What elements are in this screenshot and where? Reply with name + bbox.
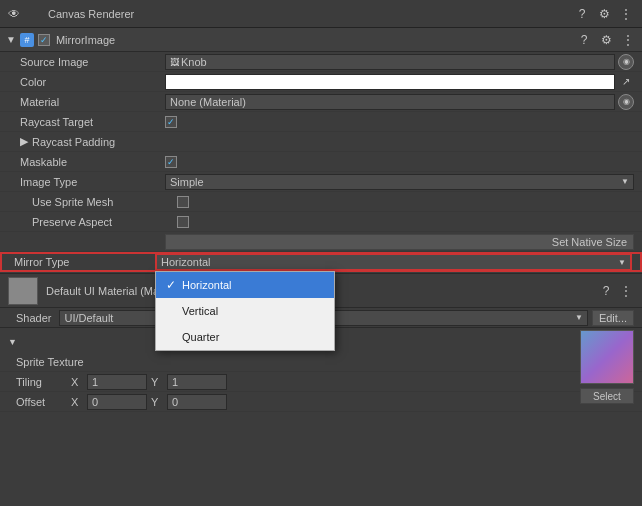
- shader-arrow: ▼: [575, 313, 583, 322]
- material-picker-icon[interactable]: ◉: [618, 94, 634, 110]
- canvas-help-button[interactable]: ?: [574, 6, 590, 22]
- canvas-renderer-header: 👁 Canvas Renderer ? ⚙ ⋮: [0, 0, 642, 28]
- tiling-y-field[interactable]: 1: [167, 374, 227, 390]
- preserve-aspect-row: Preserve Aspect: [0, 212, 642, 232]
- canvas-settings-button[interactable]: ⚙: [596, 6, 612, 22]
- color-field[interactable]: [165, 74, 615, 90]
- quarter-option-label: Quarter: [182, 331, 219, 343]
- raycast-target-label: Raycast Target: [20, 116, 165, 128]
- source-image-type-icon: 🖼: [170, 57, 179, 67]
- raycast-padding-arrow: ▶: [20, 135, 28, 148]
- component-menu-button[interactable]: ⋮: [620, 32, 636, 48]
- source-image-row: Source Image 🖼 Knob ◉: [0, 52, 642, 72]
- maskable-row: Maskable: [0, 152, 642, 172]
- material-value: None (Material): [170, 96, 246, 108]
- panel: 👁 Canvas Renderer ? ⚙ ⋮ ▼ # MirrorImage …: [0, 0, 642, 506]
- offset-y-label: Y: [151, 396, 163, 408]
- material-detail-icons: ? ⋮: [598, 283, 634, 299]
- material-row: Material None (Material) ◉: [0, 92, 642, 112]
- offset-x-label: X: [71, 396, 83, 408]
- tiling-y-value: 1: [172, 376, 178, 388]
- color-link-icon[interactable]: ↗: [618, 74, 634, 90]
- material-label: Material: [20, 96, 165, 108]
- tiling-y-label: Y: [151, 376, 163, 388]
- horizontal-option-label: Horizontal: [182, 279, 232, 291]
- use-sprite-mesh-label: Use Sprite Mesh: [32, 196, 177, 208]
- tiling-x-label: X: [71, 376, 83, 388]
- mirror-type-row: Mirror Type Horizontal ▼ ✓ Horizontal Ve…: [0, 252, 642, 272]
- material-help-button[interactable]: ?: [598, 283, 614, 299]
- offset-y-field[interactable]: 0: [167, 394, 227, 410]
- source-image-field-group: 🖼 Knob ◉: [165, 54, 634, 70]
- mirror-image-section-header: ▼ # MirrorImage ? ⚙ ⋮: [0, 28, 642, 52]
- maskable-label: Maskable: [20, 156, 165, 168]
- color-label: Color: [20, 76, 165, 88]
- offset-x-field[interactable]: 0: [87, 394, 147, 410]
- sprite-texture-label: Sprite Texture: [16, 356, 161, 368]
- preserve-aspect-label: Preserve Aspect: [32, 216, 177, 228]
- canvas-menu-button[interactable]: ⋮: [618, 6, 634, 22]
- offset-x-value: 0: [92, 396, 98, 408]
- tiling-row: Tiling X 1 Y 1: [0, 372, 642, 392]
- material-menu-button[interactable]: ⋮: [618, 283, 634, 299]
- color-field-group: ↗: [165, 74, 634, 90]
- shader-edit-button[interactable]: Edit...: [592, 310, 634, 326]
- shader-value: UI/Default: [64, 312, 113, 324]
- offset-xy-group: X 0 Y 0: [71, 394, 634, 410]
- source-image-picker-icon[interactable]: ◉: [618, 54, 634, 70]
- image-type-value: Simple: [170, 176, 621, 188]
- bottom-collapse-arrow: ▼: [8, 337, 17, 347]
- image-type-row: Image Type Simple ▼: [0, 172, 642, 192]
- source-image-value: Knob: [181, 56, 207, 68]
- material-swatch[interactable]: [8, 277, 38, 305]
- use-sprite-mesh-checkbox[interactable]: [177, 196, 189, 208]
- raycast-target-row: Raycast Target: [0, 112, 642, 132]
- component-enabled-checkbox[interactable]: [38, 34, 50, 46]
- component-help-button[interactable]: ?: [576, 32, 592, 48]
- set-native-size-row: Set Native Size: [0, 232, 642, 252]
- horizontal-check: ✓: [166, 278, 182, 292]
- mirror-option-horizontal[interactable]: ✓ Horizontal: [156, 272, 334, 298]
- mirror-type-dropdown-container: Horizontal ▼ ✓ Horizontal Vertical Quart…: [155, 253, 632, 271]
- sprite-texture-row: Sprite Texture: [0, 352, 642, 372]
- mirror-type-arrow: ▼: [618, 258, 626, 267]
- mirror-type-value: Horizontal: [161, 256, 618, 268]
- component-header-icons: ? ⚙ ⋮: [576, 32, 636, 48]
- component-settings-button[interactable]: ⚙: [598, 32, 614, 48]
- mirror-type-dropdown[interactable]: Horizontal ▼: [155, 253, 632, 271]
- raycast-target-checkbox[interactable]: [165, 116, 177, 128]
- maskable-checkbox[interactable]: [165, 156, 177, 168]
- set-native-size-button[interactable]: Set Native Size: [165, 234, 634, 250]
- tiling-x-value: 1: [92, 376, 98, 388]
- preserve-aspect-checkbox[interactable]: [177, 216, 189, 228]
- select-button[interactable]: Select: [580, 388, 634, 404]
- offset-y-value: 0: [172, 396, 178, 408]
- offset-label: Offset: [16, 396, 71, 408]
- texture-swatch: [580, 330, 634, 384]
- mirror-type-popup: ✓ Horizontal Vertical Quarter: [155, 271, 335, 351]
- tiling-x-field[interactable]: 1: [87, 374, 147, 390]
- header-icons: ? ⚙ ⋮: [574, 6, 634, 22]
- tiling-label: Tiling: [16, 376, 71, 388]
- mirror-option-vertical[interactable]: Vertical: [156, 298, 334, 324]
- raycast-padding-row: ▶ Raycast Padding: [0, 132, 642, 152]
- use-sprite-mesh-row: Use Sprite Mesh: [0, 192, 642, 212]
- component-name: MirrorImage: [56, 34, 576, 46]
- image-type-dropdown[interactable]: Simple ▼: [165, 174, 634, 190]
- canvas-renderer-title: Canvas Renderer: [24, 8, 574, 20]
- material-field[interactable]: None (Material): [165, 94, 615, 110]
- eye-icon: 👁: [8, 7, 20, 21]
- image-type-arrow: ▼: [621, 177, 629, 186]
- source-image-field[interactable]: 🖼 Knob: [165, 54, 615, 70]
- material-field-group: None (Material) ◉: [165, 94, 634, 110]
- section-arrow: ▼: [6, 34, 16, 45]
- hash-icon: #: [20, 33, 34, 47]
- image-type-label: Image Type: [20, 176, 165, 188]
- source-image-label: Source Image: [20, 56, 165, 68]
- offset-row: Offset X 0 Y 0: [0, 392, 642, 412]
- mirror-type-label: Mirror Type: [10, 256, 155, 268]
- mirror-option-quarter[interactable]: Quarter: [156, 324, 334, 350]
- raycast-padding-label: Raycast Padding: [32, 136, 177, 148]
- color-row: Color ↗: [0, 72, 642, 92]
- tiling-xy-group: X 1 Y 1: [71, 374, 634, 390]
